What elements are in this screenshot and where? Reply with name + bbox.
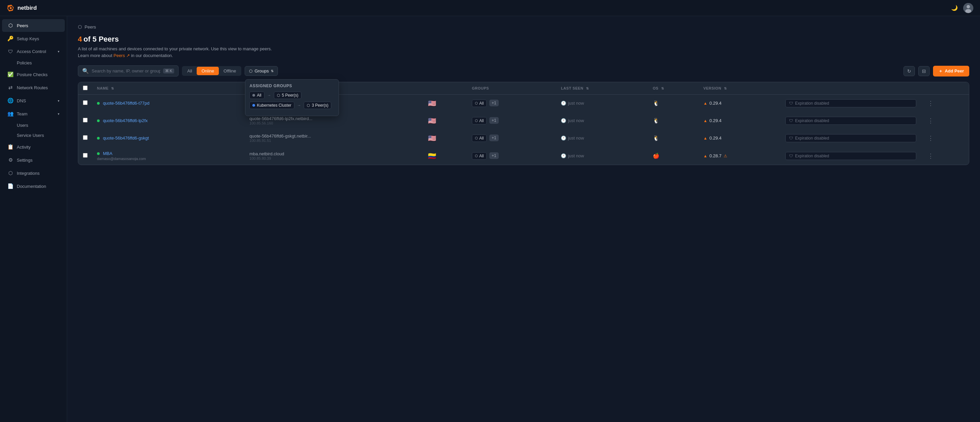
add-peer-button[interactable]: ＋ Add Peer [933,66,969,76]
group-k8s-label: Kubernetes Cluster [257,103,291,108]
row-checkbox-0[interactable] [83,100,88,105]
sidebar-item-peers[interactable]: ⬡ Peers [2,19,65,32]
search-box[interactable]: 🔍 ⌘ K [78,65,178,76]
search-input[interactable] [92,68,161,73]
select-all-checkbox[interactable] [83,86,88,90]
integrations-icon: ⬡ [7,170,13,176]
row-checkbox-cell-1 [78,112,92,130]
row-lastseen-cell-3: 🕐 just now [556,147,648,165]
groups-extra-1[interactable]: +1 [489,117,499,124]
row-name-cell-0: quote-56b476ffd6-t77pd [92,95,245,112]
group-tag-3[interactable]: ⬡All [472,152,487,160]
sidebar-item-access-control[interactable]: 🛡 Access Control ▾ [2,45,65,58]
sort-name-icon[interactable]: ⇅ [111,87,114,90]
sidebar-item-posture-checks[interactable]: ✅ Posture Checks [2,68,65,81]
group-tag-0[interactable]: ⬡All [472,100,487,107]
group-badge-all: All [249,92,264,99]
sidebar-item-policies[interactable]: Policies [2,58,65,68]
page-description: A list of all machines and devices conne… [78,46,969,59]
group-tag-2[interactable]: ⬡All [472,135,487,142]
groups-dropdown[interactable]: ⬡ Groups ⇅ Assigned Groups All → ⬡ [245,66,278,76]
peer-name-0[interactable]: quote-56b476ffd6-t77pd [103,101,150,106]
tab-all[interactable]: All [183,67,197,75]
addr-main-2: quote-56b476ffd6-gskgt.netbir... [249,133,418,138]
row-menu-button-2[interactable]: ⋮ [926,134,936,142]
filter-tabs: All Online Offline [182,66,241,76]
tab-online[interactable]: Online [197,67,219,75]
row-groups-cell-3: ⬡All +1 [467,147,557,165]
row-menu-button-1[interactable]: ⋮ [926,117,936,125]
sidebar-access-control-label: Access Control [17,49,46,54]
sort-version-icon[interactable]: ⇅ [724,87,727,90]
row-menu-cell-0: ⋮ [921,95,969,112]
peers-count-1: 5 Peer(s) [282,93,298,98]
peer-name-3[interactable]: MBA [103,151,113,156]
row-os-cell-3: 🍎 [648,147,699,165]
row-name-cell-2: quote-56b476ffd6-gskgt [92,130,245,147]
popup-title: Assigned Groups [249,84,335,88]
tab-offline[interactable]: Offline [219,67,241,75]
addr-ip-2: 100.85.91.51 [249,138,418,143]
sidebar-item-documentation[interactable]: 📄 Documentation [2,180,65,192]
row-groups-cell-0: ⬡All +1 [467,95,557,112]
search-shortcut: ⌘ K [163,68,174,73]
sidebar-item-team[interactable]: 👥 Team ▾ [2,107,65,120]
peer-count: 4 [78,35,82,43]
sidebar-item-activity[interactable]: 📋 Activity [2,141,65,153]
expiry-icon-0: 🛡 [789,101,793,106]
row-name-cell-1: quote-56b476ffd6-lp2fx [92,112,245,130]
sort-lastseen-icon[interactable]: ⇅ [586,87,589,90]
peers-table-wrapper: NAME ⇅ ADDRESS ⇅ GROUPS LAST SEEN ⇅ OS ⇅… [78,82,969,165]
groups-icon: ⬡ [249,69,252,73]
sidebar-item-settings[interactable]: ⚙ Settings [2,154,65,167]
addr-main-3: mba.netbird.cloud [249,151,418,156]
refresh-button[interactable]: ↻ [904,66,915,76]
avatar[interactable] [963,3,973,13]
arrow-icon-1: → [267,93,271,98]
breadcrumb-icon: ⬡ [78,24,82,30]
row-os-cell-0: 🐧 [648,95,699,112]
group-tag-icon-0: ⬡ [475,101,478,105]
expiry-text-1: Expiration disabled [795,118,829,123]
topnav-right: 🌙 [951,3,973,13]
th-expiry [781,82,921,95]
sidebar-item-service-users[interactable]: Service Users [2,130,65,140]
sort-os-icon[interactable]: ⇅ [661,87,664,90]
sidebar-item-setup-keys[interactable]: 🔑 Setup Keys [2,32,65,45]
peer-name-2[interactable]: quote-56b476ffd6-gskgt [103,135,149,141]
sidebar-item-dns[interactable]: 🌐 DNS ▾ [2,94,65,107]
flag-icon-2: 🇺🇸 [428,135,436,142]
row-version-cell-2: ▲ 0.29.4 [699,130,781,147]
sidebar-setup-keys-label: Setup Keys [17,36,39,41]
th-name: NAME ⇅ [92,82,245,95]
filter-button[interactable]: ⊟ [918,66,930,76]
row-checkbox-cell-2 [78,130,92,147]
row-checkbox-3[interactable] [83,153,88,158]
row-lastseen-cell-2: 🕐 just now [556,130,648,147]
peer-name-1[interactable]: quote-56b476ffd6-lp2fx [103,118,148,123]
team-icon: 👥 [7,111,13,117]
addr-ip-3: 100.85.80.39 [249,156,418,160]
sidebar-item-users[interactable]: Users [2,121,65,130]
peers-docs-link[interactable]: Peers ↗ [113,53,130,58]
main-content: ⬡ Peers 4 of 5 Peers A list of all machi… [67,16,980,422]
row-menu-cell-3: ⋮ [921,147,969,165]
sidebar-item-network-routes[interactable]: ⇄ Network Routes [2,81,65,94]
group-tag-1[interactable]: ⬡All [472,117,487,124]
groups-extra-2[interactable]: +1 [489,135,499,141]
groups-extra-0[interactable]: +1 [489,100,499,106]
os-icon-1: 🐧 [653,118,660,124]
row-menu-button-0[interactable]: ⋮ [926,99,936,107]
row-checkbox-2[interactable] [83,135,88,140]
sidebar-item-integrations[interactable]: ⬡ Integrations [2,167,65,179]
group-badge-k8s: Kubernetes Cluster [249,102,294,109]
row-menu-button-3[interactable]: ⋮ [926,152,936,160]
groups-extra-3[interactable]: +1 [489,152,499,159]
th-flag [423,82,467,95]
status-dot-0 [97,102,100,105]
theme-toggle-icon[interactable]: 🌙 [951,5,958,11]
row-checkbox-1[interactable] [83,118,88,122]
clock-icon-2: 🕐 [561,135,566,141]
sidebar-peers-label: Peers [17,23,28,28]
service-users-label: Service Users [17,133,44,138]
